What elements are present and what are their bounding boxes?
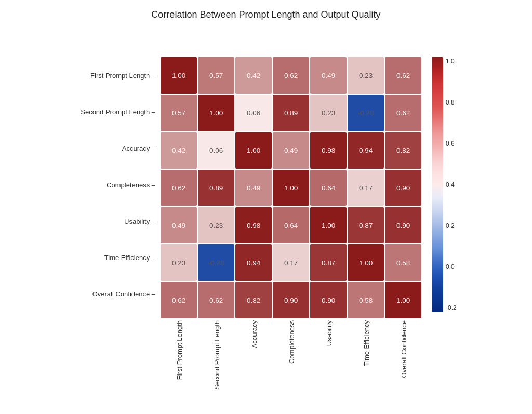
cell-4-2: 0.98 — [235, 207, 272, 243]
colorbar-label-1: 0.8 — [446, 99, 457, 106]
cell-4-5: 0.87 — [348, 207, 384, 243]
x-labels: First Prompt LengthSecond Prompt LengthA… — [161, 320, 422, 383]
cell-0-0: 1.00 — [161, 57, 197, 94]
x-label-container-4: Usability — [311, 320, 347, 383]
cell-2-1: 0.06 — [198, 132, 234, 169]
chart-title: Correlation Between Prompt Length and Ou… — [151, 9, 380, 20]
cell-4-0: 0.49 — [161, 207, 197, 243]
cell-0-2: 0.42 — [235, 57, 272, 94]
colorbar-label-5: 0.0 — [446, 264, 457, 270]
cell-3-6: 0.90 — [385, 170, 421, 206]
cell-3-2: 0.49 — [235, 170, 272, 206]
x-label-container-0: First Prompt Length — [161, 320, 197, 383]
cell-1-6: 0.62 — [385, 95, 421, 131]
cell-4-6: 0.90 — [385, 207, 421, 243]
cell-4-4: 1.00 — [310, 207, 347, 243]
x-label-1: Second Prompt Length — [213, 320, 221, 390]
colorbar-label-4: 0.2 — [446, 223, 457, 229]
colorbar: 1.00.80.60.40.20.0-0.2 — [432, 57, 457, 312]
cell-5-1: -0.28 — [198, 244, 234, 281]
cell-3-4: 0.64 — [310, 170, 347, 206]
x-label-2: Accuracy — [250, 320, 258, 348]
heatmap-col: 1.000.570.420.620.490.230.620.571.000.06… — [161, 57, 422, 383]
x-label-0: First Prompt Length — [176, 320, 183, 380]
cell-2-5: 0.94 — [348, 132, 384, 169]
x-label-6: Overall Confidence — [400, 320, 408, 378]
colorbar-label-3: 0.4 — [446, 182, 457, 188]
cell-5-2: 0.94 — [235, 244, 272, 281]
x-label-container-6: Overall Confidence — [385, 320, 422, 383]
cell-1-1: 1.00 — [198, 95, 234, 131]
cell-6-1: 0.62 — [198, 282, 234, 318]
cell-4-3: 0.64 — [273, 207, 309, 243]
chart-container: Correlation Between Prompt Length and Ou… — [0, 0, 532, 414]
cell-3-3: 1.00 — [273, 170, 309, 206]
y-label-0: First Prompt Length – — [81, 57, 157, 94]
cell-3-5: 0.17 — [348, 170, 384, 206]
colorbar-labels: 1.00.80.60.40.20.0-0.2 — [446, 57, 457, 312]
cell-5-6: 0.58 — [385, 244, 421, 281]
y-label-3: Completeness – — [81, 166, 157, 203]
cell-6-3: 0.90 — [273, 282, 309, 318]
cell-1-2: 0.06 — [235, 95, 272, 131]
cell-2-4: 0.98 — [310, 132, 347, 169]
cell-0-3: 0.62 — [273, 57, 309, 94]
cell-0-1: 0.57 — [198, 57, 234, 94]
colorbar-gradient — [432, 57, 443, 312]
cell-2-6: 0.82 — [385, 132, 421, 169]
cell-0-4: 0.49 — [310, 57, 347, 94]
cell-5-4: 0.87 — [310, 244, 347, 281]
cell-5-3: 0.17 — [273, 244, 309, 281]
cell-2-0: 0.42 — [161, 132, 197, 169]
cell-3-1: 0.89 — [198, 170, 234, 206]
y-label-5: Time Efficiency – — [81, 239, 157, 276]
cell-0-5: 0.23 — [348, 57, 384, 94]
cell-3-0: 0.62 — [161, 170, 197, 206]
colorbar-label-2: 0.6 — [446, 140, 457, 147]
y-label-1: Second Prompt Length – — [81, 94, 157, 130]
cell-5-5: 1.00 — [348, 244, 384, 281]
x-label-5: Time Efficiency — [363, 320, 370, 366]
heatmap-area: 1.000.570.420.620.490.230.620.571.000.06… — [161, 57, 457, 383]
cell-2-2: 1.00 — [235, 132, 272, 169]
cell-0-6: 0.62 — [385, 57, 421, 94]
cell-1-3: 0.89 — [273, 95, 309, 131]
x-label-4: Usability — [325, 320, 333, 346]
x-label-container-3: Completeness — [273, 320, 310, 383]
cell-2-3: 0.49 — [273, 132, 309, 169]
y-labels: First Prompt Length –Second Prompt Lengt… — [81, 57, 157, 312]
cell-6-0: 0.62 — [161, 282, 197, 318]
y-label-6: Overall Confidence – — [81, 276, 157, 312]
cell-4-1: 0.23 — [198, 207, 234, 243]
x-label-container-5: Time Efficiency — [348, 320, 384, 383]
y-label-2: Accuracy – — [81, 130, 157, 166]
x-label-container-2: Accuracy — [236, 320, 272, 383]
colorbar-label-0: 1.0 — [446, 58, 457, 64]
cell-6-2: 0.82 — [235, 282, 272, 318]
cell-5-0: 0.23 — [161, 244, 197, 281]
cell-1-4: 0.23 — [310, 95, 347, 131]
cell-1-0: 0.57 — [161, 95, 197, 131]
colorbar-label-6: -0.2 — [446, 305, 457, 311]
x-label-3: Completeness — [288, 320, 296, 364]
cell-6-6: 1.00 — [385, 282, 421, 318]
cell-1-5: -0.28 — [348, 95, 384, 131]
cell-6-5: 0.58 — [348, 282, 384, 318]
y-label-4: Usability – — [81, 203, 157, 239]
cell-6-4: 0.90 — [310, 282, 347, 318]
x-label-container-1: Second Prompt Length — [198, 320, 235, 383]
heatmap-grid: 1.000.570.420.620.490.230.620.571.000.06… — [161, 57, 422, 318]
